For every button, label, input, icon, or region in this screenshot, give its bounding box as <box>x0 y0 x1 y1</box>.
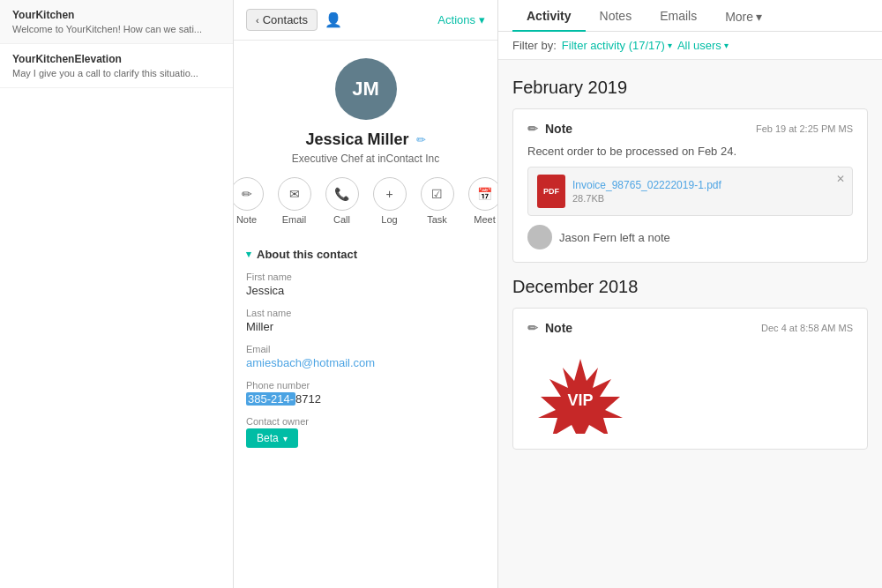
filter-prefix: Filter by: <box>512 39 557 52</box>
actions-label: Actions <box>437 13 475 26</box>
activity-card-note-feb: ✏ Note Feb 19 at 2:25 PM MS Recent order… <box>512 108 868 263</box>
chat-item-msg-1: Welcome to YourKitchen! How can we sati.… <box>12 24 220 34</box>
task-icon: ☑ <box>421 177 454 211</box>
note-icon: ✏ <box>234 177 264 211</box>
user-avatar-small <box>527 225 552 249</box>
contact-panel: ‹ Contacts 👤 Actions ▾ JM Jessica Miller… <box>234 0 498 588</box>
actions-button[interactable]: Actions ▾ <box>437 13 485 26</box>
about-chevron-icon: ▾ <box>246 249 251 260</box>
about-header[interactable]: ▾ About this contact <box>246 248 485 261</box>
chat-panel: YourKitchen Welcome to YourKitchen! How … <box>0 0 234 588</box>
attachment-size: 28.7KB <box>572 193 843 204</box>
contact-header: ‹ Contacts 👤 Actions ▾ <box>234 0 497 41</box>
note-label: Note <box>236 214 257 225</box>
filter-chevron-icon: ▾ <box>668 41 672 50</box>
activity-type-dec: ✏ Note <box>527 321 572 335</box>
owner-dropdown-icon: ▾ <box>283 434 288 443</box>
contact-owner-label: Contact owner <box>246 416 485 427</box>
attachment-row: PDF Invoice_98765_02222019-1.pdf 28.7KB … <box>527 167 853 216</box>
svg-text:VIP: VIP <box>567 391 593 409</box>
contact-title: Executive Chef at inContact Inc <box>292 153 439 165</box>
note-type-icon: ✏ <box>527 122 538 136</box>
edit-contact-icon[interactable]: ✏ <box>416 133 426 146</box>
activity-tabs: Activity Notes Emails More ▾ <box>498 0 882 32</box>
contact-owner-field: Contact owner Beta ▾ <box>246 416 485 448</box>
tab-more[interactable]: More ▾ <box>711 1 776 31</box>
activity-timestamp-feb: Feb 19 at 2:25 PM MS <box>756 123 853 134</box>
attachment-info: Invoice_98765_02222019-1.pdf 28.7KB <box>572 179 843 204</box>
owner-value: Beta <box>257 432 279 444</box>
chat-item-1[interactable]: YourKitchen Welcome to YourKitchen! How … <box>0 0 233 44</box>
back-label: Contacts <box>263 13 308 26</box>
email-label: Email <box>246 344 485 354</box>
activity-card-note-dec: ✏ Note Dec 4 at 8:58 AM MS VIP <box>512 308 868 450</box>
profile-icon[interactable]: 👤 <box>325 11 342 28</box>
activity-panel: Activity Notes Emails More ▾ Filter by: … <box>498 0 882 588</box>
activity-user-row: Jason Fern left a note <box>527 225 853 249</box>
vip-starburst-icon: VIP <box>527 354 633 434</box>
task-label: Task <box>427 214 447 225</box>
filter-users-button[interactable]: All users ▾ <box>677 39 729 52</box>
meet-label: Meet <box>474 214 495 225</box>
email-label: Email <box>282 214 307 225</box>
contact-name-row: Jessica Miller ✏ <box>305 130 425 149</box>
task-button[interactable]: ☑ Task <box>421 177 454 225</box>
users-chevron-icon: ▾ <box>724 41 729 50</box>
tab-emails[interactable]: Emails <box>646 0 711 32</box>
contact-name: Jessica Miller <box>305 130 408 149</box>
tab-activity[interactable]: Activity <box>512 0 586 32</box>
log-label: Log <box>381 214 397 225</box>
action-buttons: ✏ Note ✉ Email 📞 Call + Log ☑ Task 📅 Mee <box>234 177 498 225</box>
email-icon: ✉ <box>278 177 311 211</box>
month-header-dec: December 2018 <box>512 277 868 297</box>
activity-content: February 2019 ✏ Note Feb 19 at 2:25 PM M… <box>498 60 882 588</box>
note-type-icon-dec: ✏ <box>527 321 538 335</box>
phone-rest: 8712 <box>295 392 321 406</box>
activity-body-feb: Recent order to be processed on Feb 24. <box>527 145 853 158</box>
back-to-contacts-button[interactable]: ‹ Contacts <box>246 9 318 31</box>
activity-timestamp-dec: Dec 4 at 8:58 AM MS <box>761 323 853 333</box>
activity-card-header: ✏ Note Feb 19 at 2:25 PM MS <box>527 122 853 136</box>
email-button[interactable]: ✉ Email <box>278 177 311 225</box>
call-icon: 📞 <box>325 177 359 211</box>
email-value[interactable]: amiesbach@hotmail.com <box>246 356 485 369</box>
chat-item-name-2: YourKitchenElevation <box>12 53 220 65</box>
activity-type: ✏ Note <box>527 122 572 136</box>
activity-card-header-dec: ✏ Note Dec 4 at 8:58 AM MS <box>527 321 853 335</box>
log-button[interactable]: + Log <box>373 177 407 225</box>
activity-filters: Filter by: Filter activity (17/17) ▾ All… <box>498 32 882 60</box>
first-name-field: First name Jessica <box>246 272 485 297</box>
avatar: JM <box>335 58 397 120</box>
filter-activity-button[interactable]: Filter activity (17/17) ▾ <box>562 39 672 52</box>
month-header-feb: February 2019 <box>512 78 868 98</box>
pdf-icon: PDF <box>537 175 565 208</box>
first-name-value: Jessica <box>246 284 485 297</box>
contact-profile: JM Jessica Miller ✏ Executive Chef at in… <box>234 41 497 239</box>
about-section: ▾ About this contact First name Jessica … <box>234 239 497 467</box>
last-name-label: Last name <box>246 308 485 318</box>
phone-label: Phone number <box>246 380 485 391</box>
back-chevron-icon: ‹ <box>256 15 259 26</box>
chat-item-2[interactable]: YourKitchenElevation May I give you a ca… <box>0 44 233 88</box>
about-label: About this contact <box>257 248 357 261</box>
call-button[interactable]: 📞 Call <box>325 177 359 225</box>
meet-button[interactable]: 📅 Meet <box>468 177 499 225</box>
attachment-name[interactable]: Invoice_98765_02222019-1.pdf <box>572 179 843 191</box>
contact-owner-button[interactable]: Beta ▾ <box>246 428 298 448</box>
phone-value: 385-214-8712 <box>246 392 485 406</box>
chat-item-msg-2: May I give you a call to clarify this si… <box>12 68 220 78</box>
last-name-field: Last name Miller <box>246 308 485 333</box>
activity-user-text: Jason Fern left a note <box>559 231 670 244</box>
more-chevron-icon: ▾ <box>756 10 762 24</box>
chat-item-name-1: YourKitchen <box>12 9 220 21</box>
first-name-label: First name <box>246 272 485 282</box>
last-name-value: Miller <box>246 320 485 333</box>
vip-badge: VIP <box>527 354 633 434</box>
tab-notes[interactable]: Notes <box>586 0 647 32</box>
phone-field: Phone number 385-214-8712 <box>246 380 485 406</box>
meet-icon: 📅 <box>468 177 499 211</box>
attachment-close-icon[interactable]: ✕ <box>836 173 845 185</box>
email-field: Email amiesbach@hotmail.com <box>246 344 485 369</box>
call-label: Call <box>333 214 350 225</box>
note-button[interactable]: ✏ Note <box>234 177 264 225</box>
